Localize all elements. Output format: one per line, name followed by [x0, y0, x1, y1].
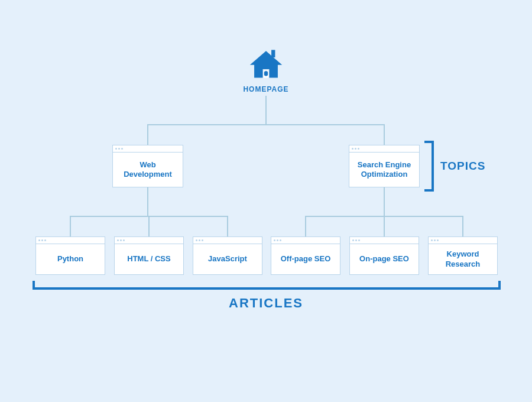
topics-section-label: TOPICS	[440, 160, 485, 173]
topic-label: Search Engine Optimization	[349, 153, 419, 187]
articles-section-label: ARTICLES	[0, 296, 532, 311]
connector	[147, 124, 148, 145]
connector	[305, 216, 306, 236]
articles-bracket	[33, 281, 501, 290]
connector	[227, 216, 228, 236]
article-label: JavaScript	[193, 244, 262, 274]
article-label: Off-page SEO	[271, 244, 340, 274]
connector	[70, 216, 71, 236]
window-titlebar	[113, 145, 183, 153]
window-titlebar	[115, 237, 183, 244]
window-titlebar	[429, 237, 497, 244]
site-hierarchy-diagram: HOMEPAGE Web Development Search Engine O…	[0, 0, 532, 402]
article-box-javascript: JavaScript	[193, 236, 262, 275]
topic-box-seo: Search Engine Optimization	[349, 145, 420, 187]
window-titlebar	[271, 237, 340, 244]
connector	[148, 216, 150, 236]
connector	[384, 216, 385, 236]
article-box-onpage-seo: On-page SEO	[349, 236, 419, 275]
topic-label: Web Development	[113, 153, 183, 187]
connector	[384, 187, 385, 216]
topic-box-web-development: Web Development	[112, 145, 183, 187]
article-label: On-page SEO	[350, 244, 419, 274]
connector	[147, 124, 385, 125]
article-box-offpage-seo: Off-page SEO	[271, 236, 340, 275]
article-label: Keyword Research	[429, 244, 497, 274]
connector	[462, 216, 463, 236]
article-box-html-css: HTML / CSS	[114, 236, 184, 275]
window-titlebar	[350, 237, 419, 244]
house-icon	[249, 48, 283, 79]
article-label: HTML / CSS	[115, 244, 183, 274]
article-box-python: Python	[35, 236, 105, 275]
window-titlebar	[193, 237, 262, 244]
article-box-keyword-research: Keyword Research	[428, 236, 498, 275]
connector	[265, 96, 267, 125]
article-label: Python	[36, 244, 105, 274]
connector	[147, 187, 148, 216]
homepage-label: HOMEPAGE	[236, 85, 296, 93]
connector	[384, 124, 385, 145]
window-titlebar	[349, 145, 419, 153]
topics-bracket	[424, 141, 434, 192]
svg-rect-3	[264, 71, 268, 76]
window-titlebar	[36, 237, 105, 244]
